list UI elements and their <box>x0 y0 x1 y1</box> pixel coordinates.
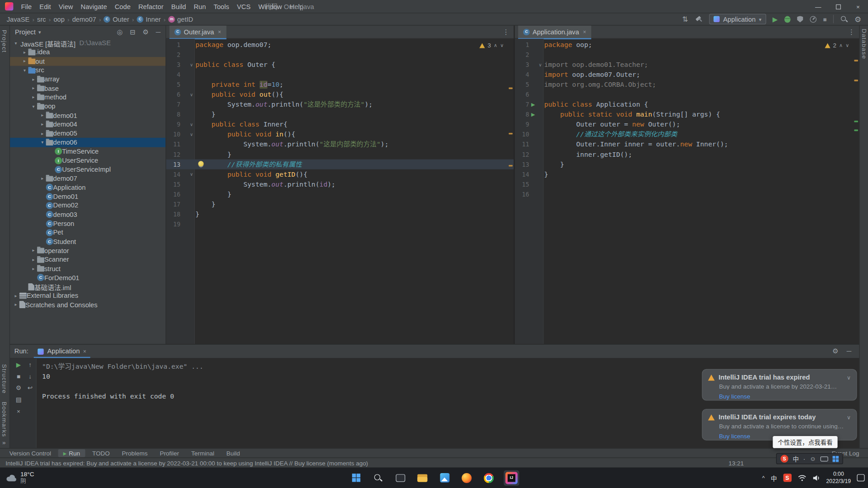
stripe-structure-button[interactable]: Structure <box>1 364 8 394</box>
code-line-1[interactable]: 1package oop; <box>515 40 859 50</box>
code-line-13[interactable]: 13 } <box>515 160 859 169</box>
sogou-logo-icon[interactable]: S <box>781 455 788 463</box>
fold-marker-icon[interactable]: ∨ <box>537 62 544 67</box>
code-text[interactable]: inner.getID(); <box>543 150 859 160</box>
menu-edit[interactable]: Edit <box>36 1 54 11</box>
tree-item-pet[interactable]: CPet <box>10 228 165 237</box>
code-text[interactable]: System.out.println("这是内部类的方法"); <box>195 140 514 150</box>
code-line-14[interactable]: 14∨ public void getID(){ <box>166 169 514 179</box>
more-toolwindows-icon[interactable]: » <box>2 439 6 446</box>
code-line-12[interactable]: 12 } <box>166 150 514 160</box>
code-text[interactable]: Outer.Inner inner = outer.new Inner(); <box>543 140 859 150</box>
tree-toggle-icon[interactable]: ▾ <box>12 41 19 46</box>
sogou-input-toolbar[interactable]: S 中 · ☺ <box>776 453 843 464</box>
menu-build[interactable]: Build <box>168 1 189 11</box>
editor-left[interactable]: 1package oop.demo07;23∨public class Oute… <box>166 39 514 344</box>
fold-marker-icon[interactable]: ∨ <box>188 62 195 67</box>
tree-item-src[interactable]: ▾src <box>10 66 165 75</box>
tree-toggle-icon[interactable]: ▾ <box>39 140 46 145</box>
tree-item-array[interactable]: ▸array <box>10 75 165 84</box>
run-tab-application[interactable]: Application × <box>34 345 90 358</box>
menu-tools[interactable]: Tools <box>210 1 232 11</box>
project-view-selector[interactable]: Project <box>15 28 36 36</box>
code-line-17[interactable]: 17 } <box>166 199 514 209</box>
code-line-8[interactable]: 8 } <box>166 109 514 119</box>
update-project-icon[interactable]: ⇅ <box>682 15 688 23</box>
hidden-icons-chevron[interactable]: ^ <box>762 475 765 481</box>
fold-marker-icon[interactable]: ∨ <box>188 122 195 127</box>
tree-item-oop[interactable]: ▾oop <box>10 102 165 111</box>
code-text[interactable]: } <box>195 209 514 219</box>
tree-item-scanner[interactable]: ▸Scanner <box>10 255 165 264</box>
stop-button[interactable]: ■ <box>823 16 827 23</box>
code-text[interactable]: } <box>195 150 514 160</box>
taskbar-clock[interactable]: 0:00 2022/3/19 <box>826 471 851 485</box>
close-tab-icon[interactable]: × <box>218 29 221 35</box>
menu-navigate[interactable]: Navigate <box>77 1 110 11</box>
code-text[interactable]: //获得外部类的私有属性 <box>195 160 514 169</box>
tab-application-java[interactable]: C Application.java × <box>518 25 591 38</box>
sogou-ime-mode[interactable]: 中 <box>793 454 798 463</box>
code-text[interactable]: } <box>195 189 514 199</box>
intention-bulb-icon[interactable] <box>198 161 203 166</box>
up-stack-trace-icon[interactable]: ↑ <box>28 362 32 368</box>
print-console-icon[interactable]: ▤ <box>16 397 22 403</box>
firefox-button[interactable] <box>459 470 474 485</box>
sogou-punctuation-icon[interactable]: · <box>803 455 805 462</box>
tree-toggle-icon[interactable]: ▸ <box>12 302 19 307</box>
tree-item-demo01[interactable]: ▸demo01 <box>10 111 165 120</box>
menu-view[interactable]: View <box>55 1 76 11</box>
gear-icon[interactable]: ⚙ <box>832 347 838 355</box>
code-line-9[interactable]: 9 Outer outer = new Outer(); <box>515 119 859 129</box>
task-view-button[interactable] <box>393 470 407 485</box>
run-gutter-icon[interactable]: ▶ <box>531 102 535 107</box>
code-line-15[interactable]: 15 <box>515 179 859 189</box>
code-line-7[interactable]: 7 System.out.println("这是外部类的方法"); <box>166 99 514 109</box>
run-settings-icon[interactable]: ⚙ <box>16 385 21 391</box>
clear-console-icon[interactable]: × <box>17 408 20 414</box>
code-line-5[interactable]: 5 private int id=10; <box>166 80 514 89</box>
tab-options-kebab-icon[interactable]: ⋮ <box>848 28 859 36</box>
breadcrumb-inner[interactable]: CInner <box>136 15 162 23</box>
toolwindow-button-run[interactable]: ▶Run <box>58 449 85 457</box>
debug-button[interactable] <box>784 16 790 23</box>
tree-item-demo04[interactable]: ▸demo04 <box>10 120 165 129</box>
collapse-notification-icon[interactable]: ∨ <box>847 414 851 420</box>
code-text[interactable]: public class Application { <box>543 99 859 109</box>
tree-item-userserviceimpl[interactable]: CUserServiceImpl <box>10 165 165 174</box>
close-button[interactable]: × <box>848 0 868 13</box>
fold-marker-icon[interactable]: ∨ <box>188 132 195 137</box>
run-button[interactable]: ▶ <box>773 15 778 23</box>
tree-item-基础语法.iml[interactable]: 基础语法.iml <box>10 282 165 291</box>
notification-center-icon[interactable] <box>857 474 865 481</box>
buy-license-link[interactable]: Buy license <box>719 433 750 440</box>
code-area[interactable]: 1package oop;23∨import oop.demo01.Teache… <box>515 40 859 199</box>
tree-toggle-icon[interactable]: ▸ <box>30 266 37 271</box>
code-line-3[interactable]: 3∨import oop.demo01.Teacher; <box>515 60 859 70</box>
code-text[interactable]: public void getID(){ <box>195 169 514 179</box>
tree-item-base[interactable]: ▸base <box>10 84 165 93</box>
toolwindow-button-terminal[interactable]: Terminal <box>186 449 219 457</box>
maximize-button[interactable] <box>828 0 848 13</box>
tab-options-kebab-icon[interactable]: ⋮ <box>503 28 514 36</box>
code-line-16[interactable]: 16 <box>515 189 859 199</box>
code-line-4[interactable]: 4 <box>166 70 514 80</box>
code-area[interactable]: 1package oop.demo07;23∨public class Oute… <box>166 40 514 229</box>
code-text[interactable]: package oop; <box>543 40 859 50</box>
code-text[interactable]: public static void main(String[] args) { <box>543 109 859 119</box>
tree-toggle-icon[interactable]: ▾ <box>30 104 37 109</box>
prev-problem-icon[interactable]: ∧ <box>494 42 497 48</box>
toolwindow-button-build[interactable]: Build <box>222 449 245 457</box>
code-line-13[interactable]: 13 //获得外部类的私有属性 <box>166 160 514 169</box>
caret-position-widget[interactable]: 13:21 <box>728 460 744 466</box>
tree-item-timeservice[interactable]: ITimeService <box>10 147 165 156</box>
menu-vcs[interactable]: VCS <box>234 1 254 11</box>
code-line-3[interactable]: 3∨public class Outer { <box>166 60 514 70</box>
locate-file-icon[interactable]: ◎ <box>117 28 123 36</box>
tree-item-method[interactable]: ▸method <box>10 93 165 102</box>
code-text[interactable]: //通过这个外部类来实例化内部类 <box>543 130 859 140</box>
settings-gear-icon[interactable]: ⚙ <box>854 14 861 23</box>
stripe-project-button[interactable]: Project <box>1 30 8 53</box>
code-text[interactable]: public class Inner{ <box>195 119 514 129</box>
run-gutter-icon[interactable]: ▶ <box>531 112 535 117</box>
